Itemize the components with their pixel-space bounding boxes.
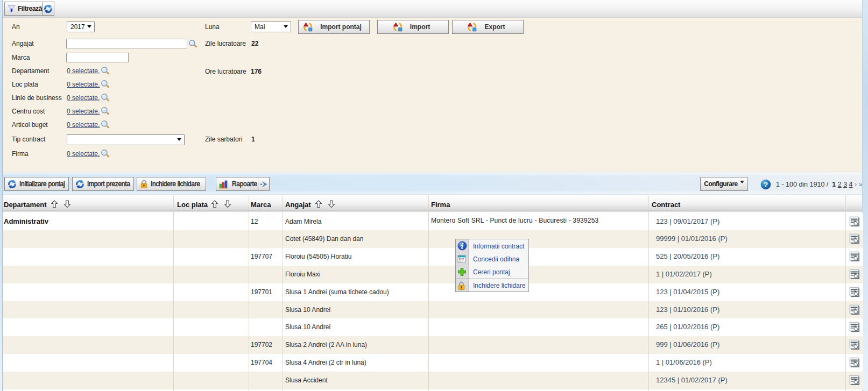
svg-text:?: ? [764,181,768,189]
